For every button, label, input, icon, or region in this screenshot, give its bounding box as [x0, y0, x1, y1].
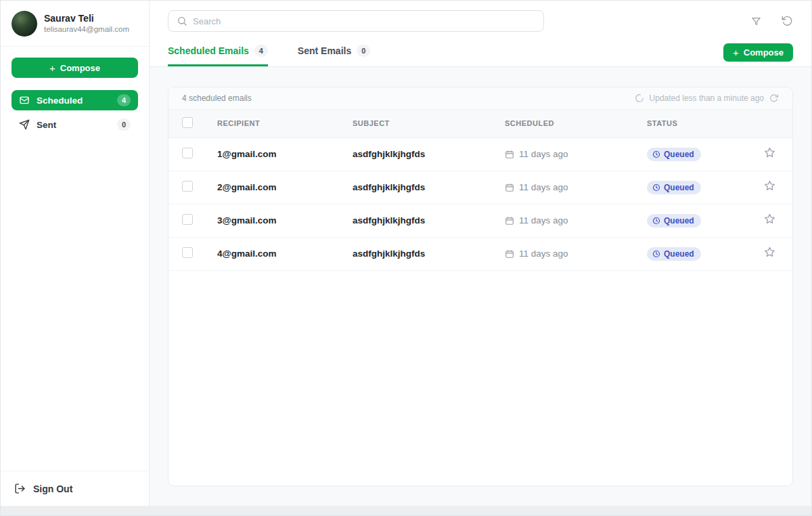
sign-out-label: Sign Out — [33, 483, 72, 494]
user-name: Saurav Teli — [44, 13, 129, 25]
recipient-cell: 3@gmail.com — [217, 204, 353, 237]
status-text: Queued — [664, 216, 694, 225]
row-checkbox[interactable] — [182, 181, 193, 192]
compose-label: Compose — [744, 47, 784, 58]
calendar-icon — [505, 150, 514, 159]
scheduled-cell: 11 days ago — [505, 204, 647, 237]
clock-icon — [652, 150, 660, 158]
table-row: 3@gmail.com asdfghjklkjhgfds 11 days ago… — [168, 204, 792, 237]
refresh-icon[interactable] — [769, 93, 779, 103]
table-body: 1@gmail.com asdfghjklkjhgfds 11 days ago… — [168, 137, 792, 270]
scheduled-text: 11 days ago — [519, 215, 568, 225]
sidebar-item-label: Sent — [37, 120, 110, 130]
tab-count-badge: 0 — [357, 45, 370, 57]
status-badge: Queued — [647, 181, 701, 194]
tab-scheduled-emails[interactable]: Scheduled Emails 4 — [168, 39, 268, 66]
content-area: 4 scheduled emails Updated less than a m… — [150, 67, 811, 506]
plus-icon: + — [733, 47, 739, 58]
card-header: 4 scheduled emails Updated less than a m… — [168, 87, 792, 110]
row-checkbox[interactable] — [182, 247, 193, 258]
recipient-cell: 2@gmail.com — [217, 171, 353, 204]
calendar-icon — [505, 249, 514, 259]
updated-text: Updated less than a minute ago — [650, 93, 764, 103]
status-text: Queued — [664, 183, 694, 192]
clock-icon — [652, 184, 660, 192]
subject-cell: asdfghjklkjhgfds — [353, 137, 505, 171]
column-header-scheduled: Scheduled — [505, 110, 647, 137]
scheduled-text: 11 days ago — [519, 182, 568, 192]
status-badge: Queued — [647, 247, 701, 261]
calendar-icon — [505, 216, 514, 225]
column-header-status: Status — [647, 110, 755, 137]
tab-label: Scheduled Emails — [168, 45, 249, 56]
table-row: 4@gmail.com asdfghjklkjhgfds 11 days ago… — [168, 237, 792, 270]
star-icon[interactable] — [763, 179, 776, 192]
undo-refresh-icon[interactable] — [781, 15, 793, 27]
subject-cell: asdfghjklkjhgfds — [353, 237, 505, 270]
tab-count-badge: 4 — [254, 45, 268, 57]
sidebar-item-label: Scheduled — [37, 95, 110, 106]
recipient-cell: 1@gmail.com — [217, 137, 353, 171]
email-list-card: 4 scheduled emails Updated less than a m… — [168, 87, 793, 486]
search-icon — [177, 16, 187, 26]
tab-sent-emails[interactable]: Sent Emails 0 — [298, 39, 370, 66]
user-profile: Saurav Teli telisaurav44@gmail.com — [1, 1, 149, 47]
status-text: Queued — [664, 249, 694, 259]
status-text: Queued — [664, 150, 694, 159]
envelope-icon — [19, 95, 30, 106]
user-email: telisaurav44@gmail.com — [44, 24, 129, 35]
emails-table: Recipient Subject Scheduled Status 1@gma… — [168, 110, 792, 271]
app: Saurav Teli telisaurav44@gmail.com + Com… — [1, 1, 811, 506]
scheduled-cell: 11 days ago — [505, 137, 647, 171]
filter-icon[interactable] — [750, 16, 762, 27]
star-icon[interactable] — [763, 246, 776, 259]
sent-count-badge: 0 — [117, 119, 131, 131]
logout-icon — [14, 483, 26, 494]
scheduled-text: 11 days ago — [519, 149, 568, 159]
avatar — [12, 11, 37, 37]
table-header-row: Recipient Subject Scheduled Status — [168, 110, 792, 137]
top-bar — [150, 1, 811, 39]
status-cell: Queued — [647, 137, 755, 171]
calendar-icon — [505, 183, 514, 192]
compose-button[interactable]: + Compose — [723, 43, 793, 62]
send-icon — [19, 119, 30, 130]
table-row: 1@gmail.com asdfghjklkjhgfds 11 days ago… — [168, 137, 792, 171]
search-input[interactable] — [193, 16, 535, 26]
table-row: 2@gmail.com asdfghjklkjhgfds 11 days ago… — [168, 171, 792, 204]
tabs-bar: Scheduled Emails 4 Sent Emails 0 + Compo… — [150, 39, 811, 67]
status-badge: Queued — [647, 214, 701, 228]
clock-icon — [652, 217, 660, 225]
status-cell: Queued — [647, 171, 755, 204]
clock-icon — [652, 250, 660, 258]
scheduled-cell: 11 days ago — [505, 171, 647, 204]
scheduled-count-badge: 4 — [117, 94, 131, 106]
scheduled-cell: 11 days ago — [505, 237, 647, 270]
email-count-summary: 4 scheduled emails — [182, 93, 252, 103]
row-checkbox[interactable] — [182, 148, 193, 158]
subject-cell: asdfghjklkjhgfds — [353, 204, 505, 237]
column-header-recipient: Recipient — [217, 110, 353, 137]
compose-label: Compose — [60, 63, 100, 73]
status-cell: Queued — [647, 237, 755, 270]
sidebar-item-sent[interactable]: Sent 0 — [12, 114, 138, 135]
sidebar-item-scheduled[interactable]: Scheduled 4 — [12, 90, 138, 110]
status-badge: Queued — [647, 148, 701, 161]
star-icon[interactable] — [763, 213, 776, 225]
select-all-checkbox[interactable] — [182, 117, 193, 128]
recipient-cell: 4@gmail.com — [217, 237, 353, 270]
column-header-subject: Subject — [353, 110, 505, 137]
main-area: Scheduled Emails 4 Sent Emails 0 + Compo… — [150, 1, 811, 506]
tab-label: Sent Emails — [298, 45, 351, 56]
spinner-icon — [635, 93, 644, 103]
plus-icon: + — [49, 63, 55, 73]
star-icon[interactable] — [763, 146, 776, 159]
sidebar: Saurav Teli telisaurav44@gmail.com + Com… — [1, 1, 150, 506]
row-checkbox[interactable] — [182, 214, 193, 225]
status-cell: Queued — [647, 204, 755, 237]
subject-cell: asdfghjklkjhgfds — [353, 171, 505, 204]
sidebar-compose-button[interactable]: + Compose — [12, 58, 138, 78]
sidebar-nav: Scheduled 4 Sent 0 — [1, 90, 149, 135]
search-box — [168, 10, 544, 32]
sign-out-button[interactable]: Sign Out — [1, 471, 149, 506]
